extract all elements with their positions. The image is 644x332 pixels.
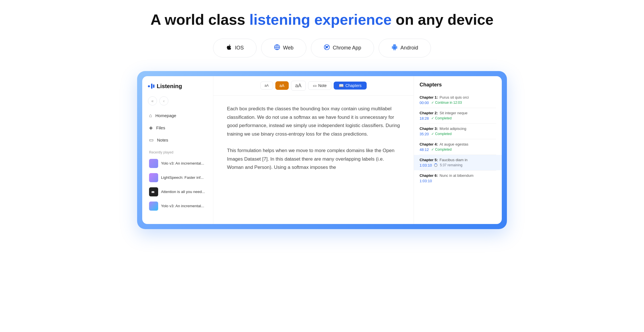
platform-tabs: IOS Web Chrome App Android bbox=[213, 39, 431, 57]
sidebar-item-homepage[interactable]: ⌂ Homepage bbox=[146, 110, 210, 121]
chapter-5-status: 5:37 remaining bbox=[434, 163, 462, 167]
chapter-item-5[interactable]: Chapter 5: Faucibus diam in 1:03:10 5:37… bbox=[414, 155, 502, 170]
chapter-4-status: ✓ Completed bbox=[431, 148, 452, 152]
chapter-3-label: Chapter 3: bbox=[420, 126, 438, 131]
chapters-icon: 📖 bbox=[339, 83, 344, 88]
recent-item-label: Attention is all you need... bbox=[161, 190, 205, 194]
files-icon: ◈ bbox=[149, 125, 153, 131]
main-content: aA aA aA ▭ Note 📖 Chapters Each box pred… bbox=[213, 76, 414, 224]
platform-tab-chrome[interactable]: Chrome App bbox=[311, 39, 374, 57]
notes-icon: ▭ bbox=[149, 137, 154, 143]
chapter-2-time: 18:28 bbox=[420, 116, 429, 121]
recent-item-label: Yolo v3: An incremental... bbox=[161, 204, 204, 208]
chapters-panel-title: Chapters bbox=[414, 82, 502, 92]
chapter-1-subtitle: Purus sit quis orci bbox=[439, 95, 469, 99]
globe-icon bbox=[274, 44, 280, 52]
check-icon: ✓ bbox=[431, 116, 434, 120]
collapse-button[interactable]: « bbox=[148, 96, 157, 105]
sidebar-item-homepage-label: Homepage bbox=[155, 113, 176, 118]
sidebar-nav: ⌂ Homepage ◈ Files ▭ Notes bbox=[142, 110, 213, 146]
android-icon bbox=[391, 44, 398, 52]
hero-title: A world class listening experience on an… bbox=[150, 11, 494, 28]
sidebar-controls: « ‹ bbox=[142, 96, 213, 110]
check-icon: ✓ bbox=[431, 101, 434, 105]
platform-tab-ios-label: IOS bbox=[235, 45, 244, 51]
sidebar-item-files[interactable]: ◈ Files bbox=[146, 122, 210, 134]
check-icon: ✓ bbox=[431, 148, 434, 152]
chapter-1-time: 00:00 bbox=[420, 101, 429, 105]
chapter-6-label: Chapter 6: bbox=[420, 173, 438, 178]
chapter-2-status: ✓ Completed bbox=[431, 116, 452, 120]
logo-icon bbox=[148, 84, 154, 89]
platform-tab-android[interactable]: Android bbox=[379, 39, 431, 57]
platform-tab-web[interactable]: Web bbox=[261, 39, 306, 57]
chrome-icon bbox=[324, 44, 330, 52]
platform-tab-ios[interactable]: IOS bbox=[213, 39, 257, 57]
recent-section-label: Recently played bbox=[142, 146, 213, 157]
font-size-medium-button[interactable]: aA bbox=[275, 81, 289, 90]
chapter-3-time: 35:20 bbox=[420, 132, 429, 136]
list-item[interactable]: Yolo v3: An incremental... bbox=[146, 199, 210, 213]
chapter-item-2[interactable]: Chapter 2: Sit integer neque 18:28 ✓ Com… bbox=[414, 108, 502, 123]
chapter-6-time: 1:03:10 bbox=[420, 179, 432, 183]
chapter-item-6[interactable]: Chapter 6: Nunc in at bibendum 1:03:10 bbox=[414, 171, 502, 186]
chapter-1-status: ✓ Continue in 12:03 bbox=[431, 101, 462, 105]
home-icon: ⌂ bbox=[149, 113, 152, 119]
sidebar-logo: Listening bbox=[142, 83, 213, 96]
app-mockup: Listening « ‹ ⌂ Homepage ◈ Files ▭ Notes bbox=[137, 71, 507, 229]
chapter-3-status: ✓ Completed bbox=[431, 132, 452, 136]
list-item[interactable]: Yolo v3: An incremental... bbox=[146, 157, 210, 170]
platform-tab-chrome-label: Chrome App bbox=[333, 45, 361, 51]
check-icon: ✓ bbox=[431, 132, 434, 136]
note-button[interactable]: ▭ Note bbox=[308, 81, 332, 90]
chapters-button[interactable]: 📖 Chapters bbox=[334, 82, 367, 90]
chapter-6-subtitle: Nunc in at bibendum bbox=[439, 173, 473, 178]
chapter-5-label: Chapter 5: bbox=[420, 158, 438, 162]
platform-tab-android-label: Android bbox=[401, 45, 418, 51]
list-item[interactable]: 📖 Attention is all you need... bbox=[146, 185, 210, 199]
chapter-2-label: Chapter 2: bbox=[420, 111, 438, 115]
list-item[interactable]: LightSpeech: Faster inf... bbox=[146, 171, 210, 184]
chapter-4-subtitle: At augue egestas bbox=[439, 142, 468, 146]
recent-item-label: LightSpeech: Faster inf... bbox=[161, 175, 204, 180]
chapters-panel: Chapters Chapter 1: Purus sit quis orci … bbox=[414, 76, 502, 224]
apple-icon bbox=[226, 44, 232, 52]
svg-text:📖: 📖 bbox=[151, 190, 155, 194]
recent-item-label: Yolo v3: An incremental... bbox=[161, 161, 204, 165]
sidebar-item-files-label: Files bbox=[156, 125, 165, 130]
chapter-4-label: Chapter 4: bbox=[420, 142, 438, 146]
recent-items-list: Yolo v3: An incremental... LightSpeech: … bbox=[142, 157, 213, 213]
thumbnail: 📖 bbox=[149, 187, 158, 196]
spinner-icon bbox=[434, 163, 437, 167]
font-size-small-button[interactable]: aA bbox=[260, 82, 273, 90]
chapter-2-subtitle: Sit integer neque bbox=[439, 111, 467, 115]
platform-tab-web-label: Web bbox=[283, 45, 294, 51]
thumbnail bbox=[149, 159, 158, 168]
content-paragraph-2: This formulation helps when we move to m… bbox=[227, 146, 400, 172]
note-icon: ▭ bbox=[313, 83, 317, 88]
chapter-item-3[interactable]: Chapter 3: Morbi adipiscing 35:20 ✓ Comp… bbox=[414, 124, 502, 139]
main-toolbar: aA aA aA ▭ Note 📖 Chapters bbox=[213, 76, 414, 96]
chapter-item-4[interactable]: Chapter 4: At augue egestas 48:12 ✓ Comp… bbox=[414, 139, 502, 155]
main-text-area: Each box predicts the classes the boundi… bbox=[213, 96, 414, 224]
chapter-3-subtitle: Morbi adipiscing bbox=[439, 126, 466, 131]
back-button[interactable]: ‹ bbox=[159, 96, 168, 105]
content-paragraph-1: Each box predicts the classes the boundi… bbox=[227, 105, 400, 138]
app-inner: Listening « ‹ ⌂ Homepage ◈ Files ▭ Notes bbox=[142, 76, 502, 224]
chapter-5-time: 1:03:10 bbox=[420, 163, 432, 167]
sidebar: Listening « ‹ ⌂ Homepage ◈ Files ▭ Notes bbox=[142, 76, 213, 224]
sidebar-logo-text: Listening bbox=[157, 83, 182, 90]
chapter-item-1[interactable]: Chapter 1: Purus sit quis orci 00:00 ✓ C… bbox=[414, 92, 502, 108]
sidebar-item-notes-label: Notes bbox=[157, 138, 168, 142]
chapter-4-time: 48:12 bbox=[420, 148, 429, 152]
sidebar-item-notes[interactable]: ▭ Notes bbox=[146, 134, 210, 146]
chapter-1-label: Chapter 1: bbox=[420, 95, 438, 99]
thumbnail bbox=[149, 202, 158, 211]
thumbnail bbox=[149, 173, 158, 182]
font-size-large-button[interactable]: aA bbox=[291, 81, 306, 91]
chapter-5-subtitle: Faucibus diam in bbox=[439, 158, 467, 162]
